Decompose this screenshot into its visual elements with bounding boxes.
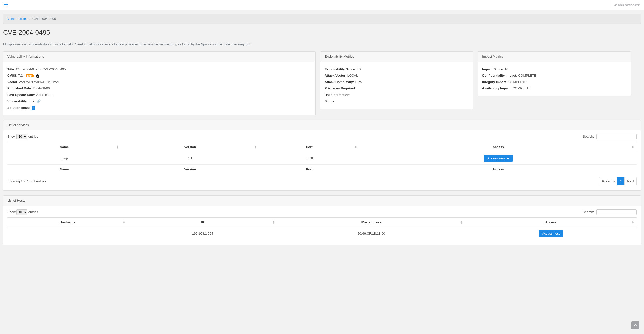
services-info: Showing 1 to 1 of 1 entries: [7, 179, 46, 184]
integrity-value: COMPLETE: [508, 80, 527, 84]
cvss-label: CVSS:: [7, 74, 17, 77]
cvss-severity-badge: high: [26, 74, 34, 77]
hosts-page-size-select[interactable]: 10: [16, 209, 27, 215]
panel-header: List of services: [3, 120, 641, 130]
prev-button[interactable]: Previous: [599, 177, 618, 186]
updated-value: 2017-10-11: [36, 93, 53, 97]
cell-port: 5678: [259, 152, 360, 165]
published-value: 2004-08-06: [33, 86, 50, 90]
show-label-suffix: entries: [28, 210, 38, 214]
exploitability-panel: Exploitability Metrics Exploitability Sc…: [320, 51, 473, 109]
cell-name: upnp: [7, 152, 121, 165]
breadcrumb-root-link[interactable]: Vulnerabilities: [7, 16, 27, 21]
cvss-value: 7.2 -: [18, 74, 26, 77]
attack-complexity-label: Attack Complexity:: [325, 80, 354, 84]
exploit-score-value: 3.9: [357, 67, 361, 71]
col-name[interactable]: Name▲▼: [7, 142, 121, 152]
user-interaction-label: User Interaction:: [325, 93, 350, 97]
cell-ip: 192.168.1.254: [128, 227, 278, 240]
panel-header: Exploitability Metrics: [320, 52, 473, 62]
services-search-input[interactable]: [596, 134, 637, 139]
availability-label: Availability Impact:: [482, 86, 512, 90]
panel-header: List of Hosts: [3, 196, 641, 206]
topbar: admin@admin.admin: [0, 0, 644, 10]
solution-label: Solution links:: [7, 106, 30, 110]
foot-access: Access: [360, 165, 637, 174]
services-page-size-select[interactable]: 10: [16, 134, 27, 139]
col-version[interactable]: Version▲▼: [121, 142, 259, 152]
page-button[interactable]: 1: [617, 177, 625, 186]
vector-value: AV:L/AC:L/Au:N/C:C/I:C/A:C: [19, 80, 60, 84]
hosts-search-input[interactable]: [596, 209, 637, 215]
updated-label: Last Update Date:: [7, 93, 35, 97]
col-port[interactable]: Port▲▼: [259, 142, 360, 152]
confidentiality-value: COMPLETE: [518, 74, 536, 77]
col-access[interactable]: Access▲▼: [465, 217, 637, 227]
menu-toggle-icon[interactable]: [4, 2, 8, 8]
search-label: Search:: [583, 210, 594, 214]
attack-complexity-value: LOW: [355, 80, 363, 84]
next-button[interactable]: Next: [624, 177, 637, 186]
vulnerability-info-panel: Vulnerability Informations Title: CVE-20…: [3, 51, 316, 115]
cell-version: 1.1: [121, 152, 259, 165]
table-row: upnp 1.1 5678 Access service: [7, 152, 637, 165]
integrity-label: Integrity Impact:: [482, 80, 507, 84]
privileges-label: Privileges Required:: [325, 86, 356, 90]
access-host-button[interactable]: Access host: [539, 230, 563, 237]
services-panel: List of services Show 10 entries Search:…: [3, 120, 641, 191]
title-label: Title:: [7, 67, 15, 71]
impact-panel: Impact Metrics Impact Score: 10 Confiden…: [478, 51, 631, 96]
table-row: 192.168.1.254 20:66:CF:1B:13:90 Access h…: [7, 227, 637, 240]
vector-label: Vector:: [7, 80, 18, 84]
title-value: CVE-2004-0495 - CVE-2004-0495: [16, 67, 66, 71]
impact-score-value: 10: [505, 67, 508, 71]
col-access[interactable]: Access▲▼: [360, 142, 637, 152]
user-label[interactable]: admin@admin.admin: [611, 0, 640, 10]
attack-vector-label: Attack Vector:: [325, 74, 346, 77]
help-icon[interactable]: ?: [36, 74, 39, 78]
show-label-prefix: Show: [7, 210, 16, 214]
col-ip[interactable]: IP▲▼: [128, 217, 278, 227]
foot-name: Name: [7, 165, 121, 174]
confidentiality-label: Confidentiality Impact:: [482, 74, 517, 77]
panel-header: Vulnerability Informations: [3, 52, 315, 62]
breadcrumb: Vulnerabilities / CVE-2004-0495: [3, 14, 641, 24]
page-title: CVE-2004-0495: [3, 28, 641, 37]
exploit-score-label: Exploitability Score:: [325, 67, 356, 71]
hosts-panel: List of Hosts Show 10 entries Search: Ho…: [3, 195, 641, 245]
attack-vector-value: LOCAL: [347, 74, 358, 77]
show-label-suffix: entries: [28, 135, 38, 138]
services-pagination: Previous 1 Next: [599, 177, 637, 186]
foot-version: Version: [121, 165, 259, 174]
services-table: Name▲▼ Version▲▼ Port▲▼ Access▲▼ upnp 1.…: [7, 142, 637, 174]
download-icon[interactable]: ⇩: [32, 106, 35, 110]
breadcrumb-current: CVE-2004-0495: [32, 16, 56, 21]
show-label-prefix: Show: [7, 135, 16, 138]
panel-header: Impact Metrics: [478, 52, 631, 62]
access-service-button[interactable]: Access service: [484, 155, 513, 162]
foot-port: Port: [259, 165, 360, 174]
search-label: Search:: [583, 135, 594, 138]
breadcrumb-separator: /: [29, 16, 30, 21]
vulnerability-description: Multiple unknown vulnerabilities in Linu…: [3, 42, 641, 47]
published-label: Published Date:: [7, 86, 32, 90]
col-mac[interactable]: Mac address▲▼: [277, 217, 465, 227]
vuln-link-label: Vulnerability Link:: [7, 99, 35, 103]
col-hostname[interactable]: Hostname▲▼: [7, 217, 128, 227]
scope-label: Scope:: [325, 99, 335, 103]
scroll-top-button[interactable]: [631, 321, 639, 329]
availability-value: COMPLETE: [513, 86, 531, 90]
link-icon[interactable]: 🔗: [36, 99, 41, 103]
hosts-table: Hostname▲▼ IP▲▼ Mac address▲▼ Access▲▼ 1…: [7, 217, 637, 240]
cell-hostname: [7, 227, 128, 240]
impact-score-label: Impact Score:: [482, 67, 504, 71]
cell-mac: 20:66:CF:1B:13:90: [277, 227, 465, 240]
